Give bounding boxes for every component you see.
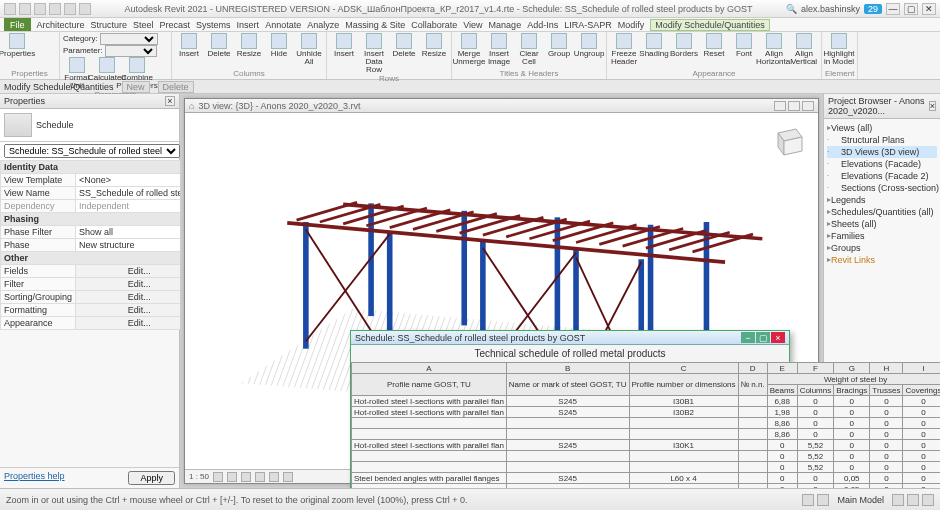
col-hide-button[interactable]: Hide [265,33,293,58]
tree-item[interactable]: Legends [827,194,937,206]
tab-modify[interactable]: Modify [618,20,645,30]
row-insert-data-button[interactable]: Insert Data Row [360,33,388,74]
tree-item[interactable]: Sections (Cross-section) [827,182,937,194]
clear-cell-button[interactable]: Clear Cell [515,33,543,66]
search-icon[interactable]: 🔍 [786,4,797,14]
qat-print-icon[interactable] [79,3,91,15]
align-h-button[interactable]: Align Horizontal [760,33,788,66]
file-menu[interactable]: File [4,18,31,31]
view-home-icon[interactable]: ⌂ [189,101,194,111]
tab-manage[interactable]: Manage [489,20,522,30]
row-insert-button[interactable]: Insert [330,33,358,58]
table-row[interactable]: Steel bended angles with parallel flange… [352,473,941,484]
element-type[interactable]: Schedule [0,109,179,142]
user-name[interactable]: alex.bashinsky [801,4,860,14]
col-A[interactable]: A [352,363,507,374]
font-button[interactable]: Font [730,33,758,58]
tab-lira[interactable]: LIRA-SAPR [564,20,612,30]
tab-modify-schedule[interactable]: Modify Schedule/Quantities [650,19,770,31]
category-select[interactable]: Category: [63,33,158,45]
tree-item[interactable]: Revit Links [827,254,937,266]
view-max-button[interactable] [788,101,800,111]
shadows-icon[interactable] [255,472,265,482]
table-row[interactable]: 05,520005,52 [352,451,941,462]
view-cube[interactable] [768,121,808,161]
tab-annotate[interactable]: Annotate [265,20,301,30]
view-min-button[interactable] [774,101,786,111]
table-row[interactable]: Hot-rolled steel I-sections with paralle… [352,407,941,418]
tab-steel[interactable]: Steel [133,20,154,30]
table-row[interactable]: 8,8600008,86 [352,429,941,440]
col-F[interactable]: F [797,363,834,374]
qat-redo-icon[interactable] [64,3,76,15]
crop-icon[interactable] [269,472,279,482]
group-button[interactable]: Group [545,33,573,58]
tab-analyze[interactable]: Analyze [307,20,339,30]
detail-level-icon[interactable] [213,472,223,482]
tree-item[interactable]: Elevations (Facade) [827,158,937,170]
browser-close-icon[interactable]: × [929,101,936,111]
qat-open-icon[interactable] [19,3,31,15]
col-resize-button[interactable]: Resize [235,33,263,58]
tab-structure[interactable]: Structure [91,20,128,30]
col-unhide-button[interactable]: Unhide All [295,33,323,66]
sched-max-button[interactable]: ▢ [756,332,770,343]
col-D[interactable]: D [738,363,767,374]
tab-architecture[interactable]: Architecture [37,20,85,30]
workset-icon[interactable] [892,494,904,506]
insert-image-button[interactable]: Insert Image [485,33,513,66]
tree-item[interactable]: Groups [827,242,937,254]
delete-button[interactable]: Delete [158,81,194,93]
minimize-button[interactable]: — [886,3,900,15]
tab-collaborate[interactable]: Collaborate [411,20,457,30]
col-H[interactable]: H [870,363,903,374]
view-close-button[interactable] [802,101,814,111]
col-I[interactable]: I [903,363,940,374]
sched-min-button[interactable]: − [741,332,755,343]
visual-style-icon[interactable] [227,472,237,482]
tree-item[interactable]: Views (all) [827,122,937,134]
properties-help-link[interactable]: Properties help [4,471,65,485]
select-icon[interactable] [802,494,814,506]
tree-item[interactable]: Families [827,230,937,242]
row-delete-button[interactable]: Delete [390,33,418,58]
properties-close-icon[interactable]: × [165,96,175,106]
tree-item[interactable]: Structural Plans [827,134,937,146]
table-row[interactable]: 8,8600008,86 [352,418,941,429]
instance-select[interactable]: Schedule: SS_Schedule of rolled steel [4,144,180,158]
highlight-button[interactable]: Highlight in Model [825,33,853,66]
schedule-window[interactable]: Schedule: SS_Schedule of rolled steel pr… [350,330,790,488]
col-C[interactable]: C [629,363,738,374]
apply-button[interactable]: Apply [128,471,175,485]
maximize-button[interactable]: ▢ [904,3,918,15]
tree-item[interactable]: 3D Views (3D view) [827,146,937,158]
quick-access-toolbar[interactable] [4,3,91,15]
sched-close-button[interactable]: × [771,332,785,343]
qat-home-icon[interactable] [4,3,16,15]
qat-save-icon[interactable] [34,3,46,15]
reset-button[interactable]: Reset [700,33,728,58]
new-button[interactable]: New [122,81,150,93]
hide-isolate-icon[interactable] [283,472,293,482]
parameter-select[interactable]: Parameter: [63,45,157,57]
sun-path-icon[interactable] [241,472,251,482]
tree-item[interactable]: Elevations (Facade 2) [827,170,937,182]
table-row[interactable]: 05,520005,52 [352,462,941,473]
col-B[interactable]: B [506,363,629,374]
tab-precast[interactable]: Precast [160,20,191,30]
scale-label[interactable]: 1 : 50 [189,472,209,481]
tab-systems[interactable]: Systems [196,20,231,30]
close-button[interactable]: ✕ [922,3,936,15]
borders-button[interactable]: Borders [670,33,698,58]
merge-button[interactable]: Merge Unmerge [455,33,483,66]
col-E[interactable]: E [767,363,797,374]
browser-tree[interactable]: Views (all)Structural Plans3D Views (3D … [824,119,940,269]
tree-item[interactable]: Sheets (all) [827,218,937,230]
align-v-button[interactable]: Align Vertical [790,33,818,66]
tree-item[interactable]: Schedules/Quantities (all) [827,206,937,218]
shading-button[interactable]: Shading [640,33,668,58]
freeze-header-button[interactable]: Freeze Header [610,33,638,66]
tab-insert[interactable]: Insert [237,20,260,30]
cloud-icon[interactable] [922,494,934,506]
sync-icon[interactable] [907,494,919,506]
